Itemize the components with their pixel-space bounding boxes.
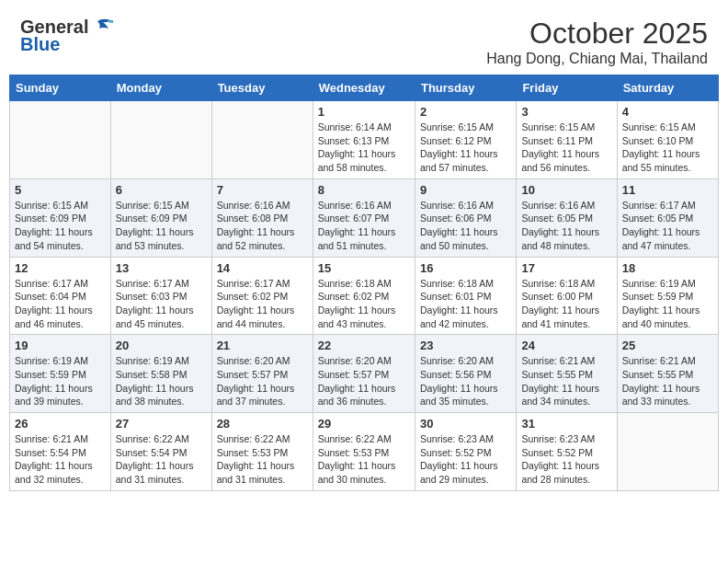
day-info: Sunrise: 6:21 AM Sunset: 5:54 PM Dayligh… (15, 432, 106, 487)
day-number: 6 (116, 183, 207, 197)
day-info: Sunrise: 6:23 AM Sunset: 5:52 PM Dayligh… (521, 432, 611, 487)
calendar: SundayMondayTuesdayWednesdayThursdayFrid… (9, 75, 719, 491)
day-number: 15 (318, 261, 410, 275)
day-info: Sunrise: 6:15 AM Sunset: 6:12 PM Dayligh… (420, 121, 511, 175)
day-number: 9 (420, 183, 511, 197)
day-info: Sunrise: 6:22 AM Sunset: 5:53 PM Dayligh… (318, 432, 410, 487)
day-info: Sunrise: 6:17 AM Sunset: 6:02 PM Dayligh… (217, 277, 308, 331)
logo-bird-icon (90, 17, 114, 38)
day-number: 14 (217, 261, 308, 275)
calendar-cell (617, 413, 718, 491)
day-number: 21 (217, 339, 308, 352)
day-info: Sunrise: 6:21 AM Sunset: 5:55 PM Dayligh… (521, 354, 611, 408)
day-info: Sunrise: 6:15 AM Sunset: 6:09 PM Dayligh… (116, 199, 207, 253)
calendar-cell: 14Sunrise: 6:17 AM Sunset: 6:02 PM Dayli… (211, 257, 313, 335)
logo-blue: Blue (20, 34, 60, 55)
calendar-cell: 28Sunrise: 6:22 AM Sunset: 5:53 PM Dayli… (211, 413, 313, 491)
calendar-cell: 20Sunrise: 6:19 AM Sunset: 5:58 PM Dayli… (110, 335, 211, 413)
calendar-cell: 30Sunrise: 6:23 AM Sunset: 5:52 PM Dayli… (415, 413, 516, 491)
day-number: 26 (15, 417, 106, 431)
day-info: Sunrise: 6:17 AM Sunset: 6:03 PM Dayligh… (116, 277, 207, 331)
calendar-cell: 2Sunrise: 6:15 AM Sunset: 6:12 PM Daylig… (415, 101, 516, 179)
weekday-header-saturday: Saturday (617, 75, 718, 101)
day-number: 19 (15, 339, 106, 352)
calendar-cell (10, 101, 111, 179)
weekday-header-sunday: Sunday (10, 75, 111, 101)
weekday-header-row: SundayMondayTuesdayWednesdayThursdayFrid… (10, 75, 719, 101)
day-number: 8 (318, 183, 410, 197)
calendar-cell: 31Sunrise: 6:23 AM Sunset: 5:52 PM Dayli… (517, 413, 617, 491)
day-info: Sunrise: 6:23 AM Sunset: 5:52 PM Dayligh… (420, 432, 511, 487)
calendar-cell: 3Sunrise: 6:15 AM Sunset: 6:11 PM Daylig… (517, 101, 617, 179)
calendar-cell: 10Sunrise: 6:16 AM Sunset: 6:05 PM Dayli… (517, 178, 617, 257)
calendar-cell: 12Sunrise: 6:17 AM Sunset: 6:04 PM Dayli… (10, 257, 111, 335)
calendar-cell: 17Sunrise: 6:18 AM Sunset: 6:00 PM Dayli… (517, 257, 617, 335)
day-info: Sunrise: 6:15 AM Sunset: 6:09 PM Dayligh… (15, 199, 106, 253)
header: General Blue October 2025 Hang Dong, Chi… (9, 9, 719, 71)
day-info: Sunrise: 6:15 AM Sunset: 6:10 PM Dayligh… (622, 121, 713, 175)
day-number: 11 (622, 183, 713, 197)
day-number: 4 (622, 105, 713, 119)
weekday-header-wednesday: Wednesday (313, 75, 415, 101)
day-number: 16 (420, 261, 511, 275)
day-number: 20 (116, 339, 207, 352)
day-number: 1 (318, 105, 410, 119)
calendar-cell: 16Sunrise: 6:18 AM Sunset: 6:01 PM Dayli… (415, 257, 516, 335)
day-info: Sunrise: 6:16 AM Sunset: 6:05 PM Dayligh… (521, 199, 611, 253)
day-info: Sunrise: 6:22 AM Sunset: 5:54 PM Dayligh… (116, 432, 207, 487)
calendar-cell: 18Sunrise: 6:19 AM Sunset: 5:59 PM Dayli… (617, 257, 718, 335)
day-info: Sunrise: 6:18 AM Sunset: 6:01 PM Dayligh… (420, 277, 511, 331)
day-number: 3 (521, 105, 611, 119)
calendar-cell: 8Sunrise: 6:16 AM Sunset: 6:07 PM Daylig… (313, 178, 415, 257)
weekday-header-monday: Monday (110, 75, 211, 101)
day-number: 12 (15, 261, 106, 275)
day-info: Sunrise: 6:16 AM Sunset: 6:06 PM Dayligh… (420, 199, 511, 253)
calendar-cell: 15Sunrise: 6:18 AM Sunset: 6:02 PM Dayli… (313, 257, 415, 335)
week-row-2: 5Sunrise: 6:15 AM Sunset: 6:09 PM Daylig… (10, 178, 719, 257)
day-number: 29 (318, 417, 410, 431)
day-info: Sunrise: 6:18 AM Sunset: 6:02 PM Dayligh… (318, 277, 410, 331)
calendar-cell: 6Sunrise: 6:15 AM Sunset: 6:09 PM Daylig… (110, 178, 211, 257)
calendar-cell: 25Sunrise: 6:21 AM Sunset: 5:55 PM Dayli… (617, 335, 718, 413)
day-info: Sunrise: 6:19 AM Sunset: 5:59 PM Dayligh… (622, 277, 713, 331)
day-number: 5 (15, 183, 106, 197)
calendar-cell: 5Sunrise: 6:15 AM Sunset: 6:09 PM Daylig… (10, 178, 111, 257)
calendar-cell: 19Sunrise: 6:19 AM Sunset: 5:59 PM Dayli… (10, 335, 111, 413)
day-info: Sunrise: 6:16 AM Sunset: 6:07 PM Dayligh… (318, 199, 410, 253)
location-title: Hang Dong, Chiang Mai, Thailand (486, 51, 708, 67)
month-title: October 2025 (486, 17, 708, 51)
calendar-cell: 23Sunrise: 6:20 AM Sunset: 5:56 PM Dayli… (415, 335, 516, 413)
calendar-cell: 9Sunrise: 6:16 AM Sunset: 6:06 PM Daylig… (415, 178, 516, 257)
week-row-4: 19Sunrise: 6:19 AM Sunset: 5:59 PM Dayli… (10, 335, 719, 413)
calendar-cell: 26Sunrise: 6:21 AM Sunset: 5:54 PM Dayli… (10, 413, 111, 491)
day-info: Sunrise: 6:20 AM Sunset: 5:57 PM Dayligh… (318, 354, 410, 408)
day-number: 13 (116, 261, 207, 275)
day-number: 30 (420, 417, 511, 431)
calendar-cell (110, 101, 211, 179)
calendar-cell: 13Sunrise: 6:17 AM Sunset: 6:03 PM Dayli… (110, 257, 211, 335)
day-number: 24 (521, 339, 611, 352)
day-number: 10 (521, 183, 611, 197)
day-number: 22 (318, 339, 410, 352)
calendar-cell: 4Sunrise: 6:15 AM Sunset: 6:10 PM Daylig… (617, 101, 718, 179)
calendar-cell: 27Sunrise: 6:22 AM Sunset: 5:54 PM Dayli… (110, 413, 211, 491)
logo: General Blue (20, 17, 114, 55)
weekday-header-tuesday: Tuesday (211, 75, 313, 101)
day-info: Sunrise: 6:17 AM Sunset: 6:05 PM Dayligh… (622, 199, 713, 253)
day-number: 25 (622, 339, 713, 352)
week-row-5: 26Sunrise: 6:21 AM Sunset: 5:54 PM Dayli… (10, 413, 719, 491)
calendar-cell: 29Sunrise: 6:22 AM Sunset: 5:53 PM Dayli… (313, 413, 415, 491)
week-row-3: 12Sunrise: 6:17 AM Sunset: 6:04 PM Dayli… (10, 257, 719, 335)
day-info: Sunrise: 6:20 AM Sunset: 5:56 PM Dayligh… (420, 354, 511, 408)
week-row-1: 1Sunrise: 6:14 AM Sunset: 6:13 PM Daylig… (10, 101, 719, 179)
day-info: Sunrise: 6:15 AM Sunset: 6:11 PM Dayligh… (521, 121, 611, 175)
day-info: Sunrise: 6:19 AM Sunset: 5:58 PM Dayligh… (116, 354, 207, 408)
day-number: 18 (622, 261, 713, 275)
calendar-cell (211, 101, 313, 179)
calendar-cell: 11Sunrise: 6:17 AM Sunset: 6:05 PM Dayli… (617, 178, 718, 257)
day-info: Sunrise: 6:21 AM Sunset: 5:55 PM Dayligh… (622, 354, 713, 408)
day-info: Sunrise: 6:17 AM Sunset: 6:04 PM Dayligh… (15, 277, 106, 331)
title-section: October 2025 Hang Dong, Chiang Mai, Thai… (486, 17, 708, 67)
day-number: 7 (217, 183, 308, 197)
calendar-cell: 22Sunrise: 6:20 AM Sunset: 5:57 PM Dayli… (313, 335, 415, 413)
